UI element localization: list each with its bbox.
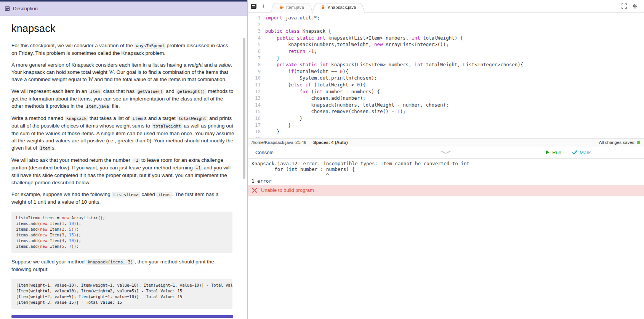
mark-button[interactable]: Mark bbox=[572, 150, 591, 155]
console-line: 1 error bbox=[252, 178, 640, 184]
doc-output-line: [Item(weight=3, value=15)] - Total Value… bbox=[16, 300, 228, 305]
run-icon bbox=[546, 150, 550, 155]
code-line[interactable]: 14 knapsack(numbers, totalWeight - numbe… bbox=[248, 102, 644, 108]
paragraph: A more general version of Knapsack consi… bbox=[11, 61, 234, 83]
paragraph: Suppose we called your method knapsack(i… bbox=[11, 258, 234, 273]
line-number: 14 bbox=[248, 102, 261, 108]
tab-item-java[interactable]: Item.java bbox=[273, 2, 310, 12]
doc-output-line: [Item(weight=1, value=10), Item(weight=1… bbox=[16, 282, 228, 288]
run-button-label: Run bbox=[552, 150, 561, 155]
save-status-label: All changes saved bbox=[599, 140, 634, 145]
doc-output-line: [Item(weight=1, value=10), Item(weight=2… bbox=[16, 288, 228, 294]
paragraph: For this checkpoint, we will consider a … bbox=[11, 42, 234, 57]
console-output: Knapsack.java:12: error: incompatible ty… bbox=[248, 159, 644, 185]
description-panel: Description knapsack For this checkpoint… bbox=[0, 0, 248, 319]
line-number: 15 bbox=[248, 108, 261, 115]
line-number: 5 bbox=[248, 41, 261, 48]
code-line[interactable]: 5 knapsack(numbers,totalWeight, new Arra… bbox=[248, 41, 644, 48]
java-icon bbox=[321, 5, 325, 10]
doc-content: knapsack For this checkpoint, we will co… bbox=[0, 16, 247, 309]
line-number: 17 bbox=[248, 122, 261, 129]
code-line[interactable]: 3public class Knapsack { bbox=[248, 28, 644, 35]
code-editor[interactable]: 1import java.util.*;2 3public class Knap… bbox=[248, 13, 644, 138]
line-number: 6 bbox=[248, 48, 261, 55]
console-title: Console bbox=[255, 150, 274, 155]
tab-label: Item.java bbox=[286, 5, 304, 10]
console-filler bbox=[248, 196, 644, 319]
description-icon bbox=[5, 6, 10, 11]
mark-button-label: Mark bbox=[580, 150, 591, 155]
code-line[interactable]: 16 } bbox=[248, 115, 644, 122]
paragraph: For example, suppose we had the followin… bbox=[11, 191, 234, 206]
line-number: 1 bbox=[248, 14, 261, 21]
indentation-setting[interactable]: Spaces: 4 (Auto) bbox=[313, 140, 348, 145]
code-line[interactable]: 15 chosen.remove(chosen.size() - 1); bbox=[248, 108, 644, 115]
tabbar-actions bbox=[622, 3, 641, 9]
console-actions: Run Mark bbox=[546, 150, 591, 155]
code-line[interactable]: 18 } bbox=[248, 128, 644, 135]
paragraph: We will also ask that your method return… bbox=[11, 156, 234, 186]
build-error-banner: Unable to build program bbox=[248, 185, 644, 196]
gear-icon[interactable] bbox=[632, 3, 638, 9]
code-line[interactable]: 11 }else if (totalWeight > 0){ bbox=[248, 81, 644, 88]
code-line[interactable]: 13 chosen.add(number); bbox=[248, 95, 644, 102]
code-line[interactable]: 2 bbox=[248, 21, 644, 28]
check-icon bbox=[572, 150, 577, 155]
saved-indicator-dot bbox=[637, 141, 640, 144]
tab-knapsack-java[interactable]: Knapsack.java bbox=[315, 2, 362, 12]
error-banner-text: Unable to build program bbox=[261, 187, 314, 193]
doc-code-line: items.add(new Item(5, 7)); bbox=[16, 244, 228, 249]
add-tab-button[interactable]: + bbox=[260, 3, 267, 10]
tab-list: Item.javaKnapsack.java bbox=[273, 0, 367, 12]
line-number: 4 bbox=[248, 35, 261, 41]
panel-menu-icon[interactable] bbox=[251, 4, 256, 9]
code-line[interactable]: 9 if(totalWeight == 0){ bbox=[248, 68, 644, 75]
tab-label: Knapsack.java bbox=[328, 5, 356, 10]
code-line[interactable]: 4 public static int knapsack(List<Item> … bbox=[248, 35, 644, 41]
paragraph: We will represent each item in an Item c… bbox=[11, 88, 234, 110]
code-line[interactable]: 19 bbox=[248, 135, 644, 138]
line-number: 12 bbox=[248, 88, 261, 95]
paragraph: Write a method named knapsack that takes… bbox=[11, 115, 234, 152]
tab-bar: + Item.javaKnapsack.java bbox=[248, 0, 644, 13]
code-line[interactable]: 6 return -1; bbox=[248, 48, 644, 55]
console-line: for (int number : numbers) { bbox=[252, 166, 640, 172]
status-bar: /home/Knapsack.java 21:46 Spaces: 4 (Aut… bbox=[248, 138, 644, 147]
doc-output-line: [Item(weight=2, value=5), Item(weight=1,… bbox=[16, 294, 228, 300]
line-number: 18 bbox=[248, 128, 261, 135]
description-bottom-scrollbar[interactable] bbox=[11, 315, 233, 318]
java-icon bbox=[279, 5, 284, 10]
doc-code-block-setup: List<Item> items = new ArrayList<>();ite… bbox=[11, 212, 232, 253]
page-title: knapsack bbox=[11, 23, 234, 35]
line-number: 13 bbox=[248, 95, 261, 102]
description-panel-title: Description bbox=[13, 6, 38, 11]
line-number: 10 bbox=[248, 75, 261, 81]
line-number: 8 bbox=[248, 61, 261, 68]
code-line[interactable]: 8 private static int knapsack(List<Item>… bbox=[248, 61, 644, 68]
code-line[interactable]: 10 System.out.println(chosen); bbox=[248, 75, 644, 81]
run-button[interactable]: Run bbox=[546, 150, 561, 155]
doc-code-line: List<Item> items = new ArrayList<>(); bbox=[16, 215, 228, 221]
doc-code-line: items.add(new Item(3, 15)); bbox=[16, 232, 228, 238]
editor-panel: + Item.javaKnapsack.java 1import java.ut… bbox=[248, 0, 644, 319]
doc-code-line: items.add(new Item(4, 10)); bbox=[16, 238, 228, 244]
console-line: Knapsack.java:12: error: incompatible ty… bbox=[252, 161, 640, 167]
description-header: Description bbox=[0, 2, 247, 16]
line-number: 11 bbox=[248, 81, 261, 88]
description-scrollbar-thumb[interactable] bbox=[243, 38, 245, 179]
line-number: 16 bbox=[248, 115, 261, 122]
save-status: All changes saved bbox=[599, 140, 640, 145]
code-line[interactable]: 12 for (int number : numbers) { bbox=[248, 88, 644, 95]
code-line[interactable]: 1import java.util.*; bbox=[248, 14, 644, 21]
app: Description knapsack For this checkpoint… bbox=[0, 0, 644, 319]
error-icon bbox=[252, 187, 258, 193]
code-line[interactable]: 17 } bbox=[248, 122, 644, 129]
collapse-chevron-icon[interactable] bbox=[441, 151, 451, 154]
line-number: 19 bbox=[248, 135, 261, 138]
fullscreen-icon[interactable] bbox=[622, 3, 627, 9]
code-line[interactable]: 7 } bbox=[248, 55, 644, 62]
file-path: /home/Knapsack.java bbox=[252, 140, 293, 145]
doc-code-block-output: [Item(weight=1, value=10), Item(weight=1… bbox=[11, 279, 232, 309]
line-number: 7 bbox=[248, 55, 261, 62]
cursor-position: 21:46 bbox=[295, 140, 306, 145]
